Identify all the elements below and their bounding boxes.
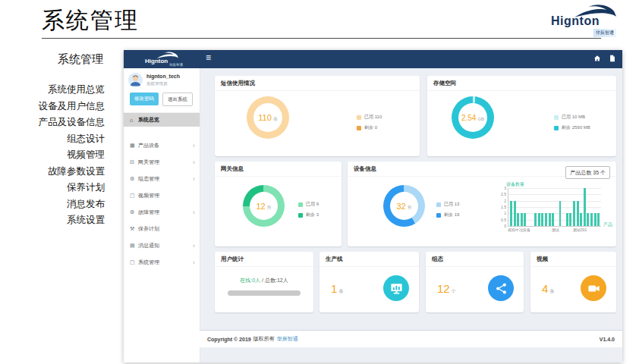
- user-stats-card: 用户统计 在线:0人 / 总数:12人: [215, 252, 313, 312]
- legend: 已用 10 MB剩余 2590 MB: [554, 114, 590, 135]
- chevron-left-icon: ‹: [193, 260, 195, 265]
- sidebar-item[interactable]: ▦产品设备‹: [124, 137, 200, 154]
- left-nav-item[interactable]: 组态设计: [0, 131, 106, 148]
- card-title: 存储空间: [427, 76, 616, 91]
- brand-subtitle: 华辰智通: [593, 29, 616, 37]
- product-total-button[interactable]: 产品总数 35 个: [565, 166, 610, 179]
- sidebar-item-label: 保养计划: [138, 225, 159, 233]
- left-nav-item[interactable]: 消息发布: [0, 196, 106, 213]
- y-tick-label: 1: [504, 211, 506, 215]
- sidebar-item[interactable]: ⚒保养计划: [124, 221, 200, 237]
- brand-name: Hignton: [145, 58, 168, 64]
- product-icon: ▦: [130, 143, 138, 149]
- bar: [587, 213, 589, 226]
- x-tick-label: 模拟中冶设备: [508, 228, 530, 232]
- home-icon[interactable]: [593, 55, 601, 62]
- chevron-left-icon: ‹: [193, 177, 195, 181]
- left-nav-item[interactable]: 系统设置: [0, 212, 106, 229]
- sidebar-item[interactable]: ▢系统管理‹: [124, 254, 200, 271]
- left-nav-item[interactable]: 产品及设备信息: [0, 115, 106, 131]
- legend: 已用 110剩余 0: [357, 114, 382, 135]
- legend-swatch: [357, 115, 361, 120]
- sidebar-item[interactable]: ⚙故障管理‹: [124, 204, 200, 221]
- left-nav-items: 系统使用总览设备及用户信息产品及设备信息组态设计视频管理故障参数设置保养计划消息…: [0, 82, 106, 229]
- file-icon[interactable]: [609, 55, 616, 62]
- legend-swatch: [298, 202, 303, 207]
- bar-chart-x-axis: 模拟中冶设备测试测试001: [508, 228, 606, 234]
- sidebar-logo[interactable]: Hignton 华辰智通: [124, 50, 200, 68]
- sidebar-item[interactable]: ⊟网关管理‹: [124, 154, 200, 171]
- sidebar-item-label: 系统管理: [138, 259, 159, 266]
- bar: [510, 201, 512, 226]
- left-nav-item[interactable]: 设备及用户信息: [0, 99, 106, 115]
- y-tick-label: 0: [504, 224, 506, 228]
- company-link[interactable]: 华辰智通: [277, 335, 298, 343]
- video-camera-icon: [581, 275, 606, 301]
- bar-chart-title: 设备数量: [506, 181, 524, 188]
- page-title: 系统管理: [42, 5, 139, 36]
- sidebar-item[interactable]: ▤消息通知‹: [124, 237, 200, 254]
- fault-icon: ⚙: [130, 209, 138, 215]
- bar-chart-x-label: 产品: [603, 221, 612, 228]
- brand-logo: Hignton 华辰智通: [548, 5, 619, 39]
- bar: [566, 213, 568, 226]
- video-icon: ▢: [130, 193, 138, 199]
- left-nav-heading[interactable]: 系统管理: [0, 52, 106, 67]
- copyright-text: Copyright © 2019: [207, 337, 251, 342]
- rights-text: 版权所有: [253, 335, 275, 343]
- device-bar-chart: 设备数量 32.521.510.50 模拟中冶设备测试测试001 产品: [497, 178, 612, 245]
- legend-swatch: [554, 126, 559, 130]
- left-nav-item[interactable]: 系统使用总览: [0, 82, 106, 99]
- bar: [573, 201, 575, 226]
- storage-donut-chart: 2.54GB: [452, 96, 494, 139]
- home-icon: ⌂: [130, 118, 138, 123]
- y-tick-label: 2: [504, 199, 506, 203]
- bar: [594, 213, 597, 226]
- x-tick-label: 测试001: [573, 228, 587, 232]
- bar: [538, 213, 540, 226]
- title-divider: [42, 38, 601, 39]
- maintain-icon: ⚒: [130, 226, 138, 232]
- scada-share-icon: [488, 275, 514, 301]
- sidebar-item-label: 网关管理: [138, 158, 159, 166]
- card-title: 短信使用情况: [215, 76, 420, 91]
- dashboard-footer: Copyright © 2019 版权所有 华辰智通 V1.4.0: [200, 330, 622, 347]
- bar: [580, 213, 582, 226]
- legend-label: 已用 9: [306, 201, 319, 208]
- donut-unit: 条: [273, 116, 278, 123]
- legend-label: 已用 110: [364, 114, 382, 121]
- avatar[interactable]: [128, 73, 143, 87]
- sms-donut-chart: 110条: [247, 96, 289, 139]
- legend-label: 剩余 0: [364, 124, 377, 131]
- video-card: 视频 4条: [530, 252, 616, 312]
- dashboard-screenshot: Hignton 华辰智通 ≡ hignton_tech 系统管理员 修改密码: [124, 50, 622, 362]
- sidebar-toggle-icon[interactable]: ≡: [206, 52, 211, 63]
- x-tick-label: 测试: [552, 228, 559, 232]
- left-nav-item[interactable]: 故障参数设置: [0, 164, 106, 180]
- legend-item: 已用 13: [436, 201, 459, 208]
- total-count: 总数:12人: [265, 278, 288, 283]
- bar: [577, 201, 579, 226]
- bar: [552, 213, 554, 226]
- sidebar-item-label: 故障管理: [138, 209, 159, 216]
- sidebar-item-label: 系统总览: [138, 116, 159, 124]
- chevron-left-icon: ‹: [193, 243, 195, 248]
- card-title: 生产线: [320, 252, 419, 267]
- scada-card: 组态 12个: [426, 252, 524, 312]
- user-name: hignton_tech: [146, 74, 180, 79]
- chevron-left-icon: ‹: [193, 210, 195, 215]
- change-password-button[interactable]: 修改密码: [130, 93, 159, 105]
- left-nav-item[interactable]: 视频管理: [0, 147, 106, 164]
- bar-chart-y-axis: 32.521.510.50: [497, 186, 506, 228]
- sidebar-item[interactable]: ⌂系统总览: [124, 113, 200, 127]
- chevron-left-icon: ‹: [193, 160, 195, 165]
- logout-button[interactable]: 退出系统: [162, 93, 193, 106]
- topbar-icons: [593, 55, 616, 62]
- bar: [597, 213, 600, 226]
- sms-usage-card: 短信使用情况 110条 已用 110剩余 0: [215, 76, 420, 156]
- sidebar-item[interactable]: ⚙组态管理‹: [124, 171, 200, 187]
- sidebar-item[interactable]: ▢视频管理: [124, 187, 200, 204]
- y-tick-label: 1.5: [501, 205, 506, 209]
- left-nav-item[interactable]: 保养计划: [0, 180, 106, 196]
- chevron-left-icon: ‹: [193, 143, 195, 148]
